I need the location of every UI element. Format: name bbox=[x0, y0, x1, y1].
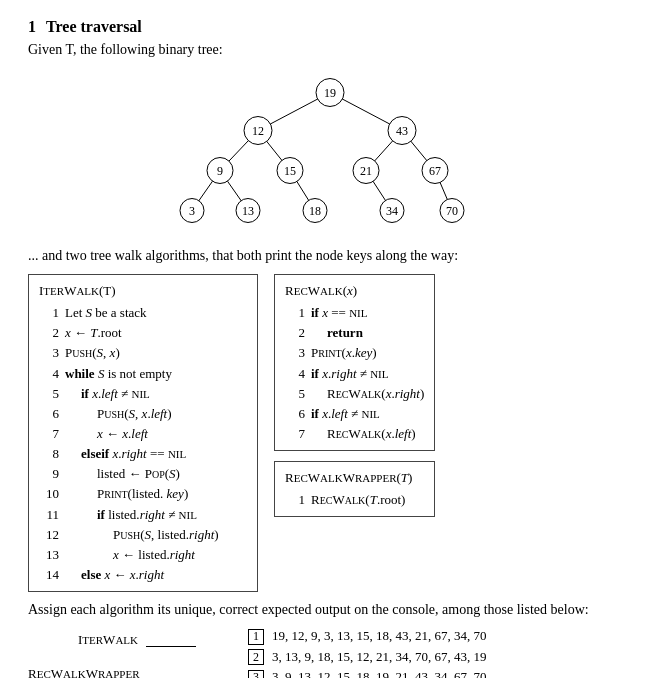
assign-text: Assign each algorithm its unique, correc… bbox=[28, 602, 631, 618]
option-row-3: 3 3, 9, 13, 12, 15, 18, 19, 21, 43, 34, … bbox=[248, 669, 487, 678]
section-number: 1 bbox=[28, 18, 36, 36]
recwalkwrapper-title: RECWALKWRAPPER(T) bbox=[285, 468, 424, 488]
option-row-1: 1 19, 12, 9, 3, 13, 15, 18, 43, 21, 67, … bbox=[248, 628, 487, 645]
option-text-3: 3, 9, 13, 12, 15, 18, 19, 21, 43, 34, 67… bbox=[272, 669, 487, 678]
iterwalk-line-3: 3 PUSH(S, x) bbox=[39, 343, 247, 363]
iterwalk-line-11: 11 if listed.right ≠ NIL bbox=[39, 505, 247, 525]
iterwalk-line-9: 9 listed ← POP(S) bbox=[39, 464, 247, 484]
iterwalk-line-14: 14 else x ← x.right bbox=[39, 565, 247, 585]
iterwalk-line-5: 5 if x.left ≠ NIL bbox=[39, 384, 247, 404]
recwalkwrapper-box: RECWALKWRAPPER(T) 1 RECWALK(T.root) bbox=[274, 461, 435, 517]
iterwalk-line-8: 8 elseif x.right == NIL bbox=[39, 444, 247, 464]
svg-text:21: 21 bbox=[360, 164, 372, 178]
option-row-2: 2 3, 13, 9, 18, 15, 12, 21, 34, 70, 67, … bbox=[248, 649, 487, 666]
tree-diagram: 19 12 43 9 15 21 67 3 13 18 34 70 bbox=[28, 68, 631, 238]
iterwalk-answer-blank[interactable] bbox=[146, 633, 196, 647]
recwalk-title: RECWALK(x) bbox=[285, 281, 424, 301]
option-text-1: 19, 12, 9, 3, 13, 15, 18, 43, 21, 67, 34… bbox=[272, 628, 487, 644]
recwalk-line-1: 1 if x == NIL bbox=[285, 303, 424, 323]
option-num-1: 1 bbox=[248, 629, 264, 645]
iterwalk-answer-row: ITERWALK bbox=[28, 632, 228, 648]
iterwalk-line-6: 6 PUSH(S, x.left) bbox=[39, 404, 247, 424]
options-list: 1 19, 12, 9, 3, 13, 15, 18, 43, 21, 67, … bbox=[248, 628, 487, 678]
svg-text:19: 19 bbox=[324, 86, 336, 100]
intro-text: Given T, the following binary tree: bbox=[28, 42, 631, 58]
recwalk-section: RECWALK(x) 1 if x == NIL 2 return 3 PRIN… bbox=[274, 274, 435, 592]
recwalk-line-3: 3 PRINT(x.key) bbox=[285, 343, 424, 363]
svg-text:70: 70 bbox=[446, 204, 458, 218]
section-title: Tree traversal bbox=[46, 18, 142, 36]
iterwalk-line-1: 1 Let S be a stack bbox=[39, 303, 247, 323]
svg-text:18: 18 bbox=[309, 204, 321, 218]
section-header: 1 Tree traversal bbox=[28, 18, 631, 36]
mid-text: ... and two tree walk algorithms, that b… bbox=[28, 248, 631, 264]
iterwalk-line-13: 13 x ← listed.right bbox=[39, 545, 247, 565]
recwalk-line-4: 4 if x.right ≠ NIL bbox=[285, 364, 424, 384]
answers-layout: ITERWALK RECWALKWRAPPER 1 19, 12, 9, 3, … bbox=[28, 628, 631, 678]
iterwalk-answer-label: ITERWALK bbox=[28, 632, 138, 648]
iterwalk-line-10: 10 PRINT(listed. key) bbox=[39, 484, 247, 504]
recwalkwrapper-answer-label: RECWALKWRAPPER bbox=[28, 666, 139, 678]
tree-svg: 19 12 43 9 15 21 67 3 13 18 34 70 bbox=[160, 68, 500, 238]
iterwalk-line-2: 2 x ← T.root bbox=[39, 323, 247, 343]
svg-text:43: 43 bbox=[396, 124, 408, 138]
algo-section: ITERWALK(T) 1 Let S be a stack 2 x ← T.r… bbox=[28, 274, 631, 592]
iterwalk-line-7: 7 x ← x.left bbox=[39, 424, 247, 444]
option-num-2: 2 bbox=[248, 649, 264, 665]
svg-text:67: 67 bbox=[429, 164, 441, 178]
recwalkwrapper-answer-blank[interactable] bbox=[147, 667, 197, 678]
svg-text:9: 9 bbox=[217, 164, 223, 178]
recwalk-line-2: 2 return bbox=[285, 323, 424, 343]
option-num-3: 3 bbox=[248, 670, 264, 678]
recwalkwrapper-line-1: 1 RECWALK(T.root) bbox=[285, 490, 424, 510]
recwalk-line-5: 5 RECWALK(x.right) bbox=[285, 384, 424, 404]
svg-text:13: 13 bbox=[242, 204, 254, 218]
assign-section: Assign each algorithm its unique, correc… bbox=[28, 602, 631, 678]
iterwalk-title: ITERWALK(T) bbox=[39, 281, 247, 301]
iterwalk-box: ITERWALK(T) 1 Let S be a stack 2 x ← T.r… bbox=[28, 274, 258, 592]
iterwalk-line-4: 4 while S is not empty bbox=[39, 364, 247, 384]
svg-text:34: 34 bbox=[386, 204, 398, 218]
recwalk-box: RECWALK(x) 1 if x == NIL 2 return 3 PRIN… bbox=[274, 274, 435, 451]
svg-text:12: 12 bbox=[252, 124, 264, 138]
recwalk-line-6: 6 if x.left ≠ NIL bbox=[285, 404, 424, 424]
answers-left: ITERWALK RECWALKWRAPPER bbox=[28, 628, 228, 678]
svg-text:15: 15 bbox=[284, 164, 296, 178]
option-text-2: 3, 13, 9, 18, 15, 12, 21, 34, 70, 67, 43… bbox=[272, 649, 487, 665]
svg-text:3: 3 bbox=[189, 204, 195, 218]
recwalk-line-7: 7 RECWALK(x.left) bbox=[285, 424, 424, 444]
recwalkwrapper-answer-row: RECWALKWRAPPER bbox=[28, 666, 228, 678]
iterwalk-line-12: 12 PUSH(S, listed.right) bbox=[39, 525, 247, 545]
